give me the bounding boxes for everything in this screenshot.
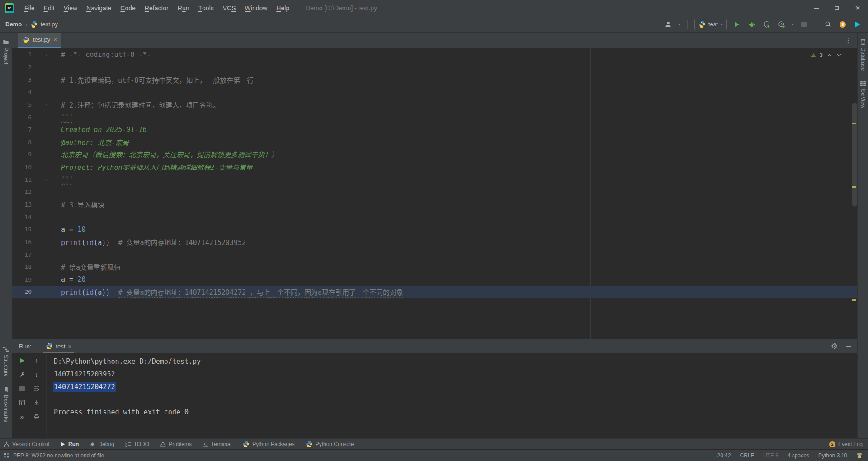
tab-options-icon[interactable]: ⋮	[844, 33, 857, 48]
line-number[interactable]: 6	[12, 114, 38, 121]
run-settings-gear-icon[interactable]: ⚙	[831, 343, 838, 350]
fold-marker-icon[interactable]: ▵	[38, 177, 55, 182]
code-line[interactable]: 10Project: Python零基础从入门到精通详细教程2-变量与常量	[12, 161, 857, 174]
menu-item[interactable]: Code	[116, 0, 140, 16]
menu-item[interactable]: View	[59, 0, 82, 16]
stop-process-button[interactable]	[18, 385, 26, 393]
menu-item[interactable]: Help	[272, 0, 294, 16]
line-number[interactable]: 7	[12, 126, 38, 133]
breadcrumb-project[interactable]: Demo	[5, 21, 22, 28]
event-log-button[interactable]: 2 Event Log	[829, 441, 863, 447]
debug-button[interactable]	[747, 19, 757, 29]
code-line[interactable]: 7Created on 2025-01-16	[12, 123, 857, 136]
line-number[interactable]: 14	[12, 214, 38, 221]
menu-item[interactable]: VCS	[218, 0, 241, 16]
line-number[interactable]: 15	[12, 226, 38, 233]
code-line[interactable]: 13# 3.导入模块	[12, 198, 857, 211]
tab-close-icon[interactable]: ×	[53, 37, 57, 42]
code-line[interactable]: 17	[12, 248, 857, 261]
code-line[interactable]: 14	[12, 211, 857, 223]
line-number[interactable]: 8	[12, 139, 38, 146]
search-everywhere-icon[interactable]	[823, 19, 833, 29]
profiler-button[interactable]	[777, 19, 787, 29]
update-available-icon[interactable]	[838, 19, 848, 29]
line-number[interactable]: 10	[12, 164, 38, 170]
edit-configuration-icon[interactable]	[18, 371, 26, 379]
code-line[interactable]: 5▵# 2.注释：包括记录创建时间，创建人，项目名称。	[12, 99, 857, 111]
line-number[interactable]: 18	[12, 263, 38, 270]
line-number[interactable]: 1	[12, 51, 38, 58]
line-number[interactable]: 13	[12, 201, 38, 208]
console-line[interactable]	[54, 393, 857, 406]
menu-item[interactable]: File	[20, 0, 39, 16]
menu-item[interactable]: Refactor	[140, 0, 173, 16]
breadcrumb-file[interactable]: test.py	[41, 21, 58, 28]
toolwindow-button-version-control[interactable]: Version Control	[4, 441, 49, 447]
next-warning-icon[interactable]	[836, 52, 842, 58]
warning-stripe-mark[interactable]	[852, 299, 856, 301]
previous-warning-icon[interactable]	[827, 52, 832, 58]
toolwindow-button-run[interactable]: Run	[60, 441, 79, 447]
scroll-to-end-icon[interactable]	[33, 399, 41, 407]
toolwindow-button-python-console[interactable]: Python Console	[306, 441, 354, 448]
status-item[interactable]: UTF-8	[763, 452, 778, 459]
up-stacktrace-icon[interactable]: ↑	[33, 357, 41, 365]
menu-item[interactable]: Tools	[194, 0, 218, 16]
code-editor[interactable]: 1▿# -*- coding:utf-8 -*-23# 1.先设置编码，utf-…	[12, 48, 857, 339]
code-line[interactable]: 11▵'''	[12, 173, 857, 186]
stripe-button-structure[interactable]: Structure	[3, 346, 9, 377]
fold-marker-icon[interactable]: ▿	[38, 52, 55, 57]
code-line[interactable]: 4	[12, 86, 857, 99]
soft-wrap-icon[interactable]	[33, 385, 41, 393]
run-configuration-select[interactable]: test ▾	[694, 19, 727, 30]
stripe-button-bookmarks[interactable]: Bookmarks	[3, 387, 9, 422]
console-line[interactable]: 140714215203952	[54, 368, 857, 381]
code-line[interactable]: 3# 1.先设置编码，utf-8可支持中英文，如上，一般放在第一行	[12, 73, 857, 86]
run-console[interactable]: D:\Python\python.exe D:/Demo/test.py1407…	[47, 353, 857, 438]
menu-item[interactable]: Run	[173, 0, 194, 16]
stripe-button-sciview[interactable]: SciView	[860, 80, 866, 108]
fold-marker-icon[interactable]: ▵	[38, 102, 55, 107]
code-line[interactable]: 18# 给a变量重新赋值	[12, 261, 857, 273]
line-number[interactable]: 9	[12, 151, 38, 158]
run-button[interactable]	[732, 19, 742, 29]
status-item[interactable]: 4 spaces	[788, 452, 809, 459]
status-item[interactable]: 20:42	[717, 452, 731, 459]
line-number[interactable]: 17	[12, 251, 38, 258]
status-item[interactable]: Python 3.10	[818, 452, 847, 459]
line-number[interactable]: 12	[12, 188, 38, 195]
menu-item[interactable]: Navigate	[82, 0, 116, 16]
more-actions-icon[interactable]: »	[18, 413, 26, 421]
warning-stripe-mark[interactable]	[852, 123, 856, 124]
code-line[interactable]: 2	[12, 61, 857, 74]
line-number[interactable]: 19	[12, 276, 38, 283]
learn-plugin-icon[interactable]	[853, 19, 863, 29]
coverage-button[interactable]	[762, 19, 772, 29]
menu-item[interactable]: Window	[241, 0, 272, 16]
hide-panel-icon[interactable]	[846, 346, 851, 347]
tab-close-icon[interactable]: ×	[68, 343, 71, 349]
maximize-button[interactable]	[826, 0, 847, 16]
toolwindow-button-terminal[interactable]: Terminal	[203, 441, 231, 447]
line-number[interactable]: 2	[12, 64, 38, 71]
code-line[interactable]: 15a = 10	[12, 223, 857, 236]
stop-button[interactable]	[799, 19, 809, 29]
editor-tab-testpy[interactable]: test.py ×	[18, 33, 61, 48]
down-stacktrace-icon[interactable]: ↓	[33, 371, 41, 379]
code-line[interactable]: 6▿'''	[12, 111, 857, 123]
code-line[interactable]: 19a = 20	[12, 273, 857, 286]
toolwindow-switcher-icon[interactable]	[4, 452, 9, 458]
close-button[interactable]: ✕	[847, 0, 868, 16]
line-number[interactable]: 16	[12, 239, 38, 245]
toolwindow-button-problems[interactable]: Problems	[160, 441, 192, 447]
print-icon[interactable]	[33, 413, 41, 421]
stripe-button-database[interactable]: Database	[860, 39, 866, 71]
inspection-profile-icon[interactable]	[856, 452, 863, 459]
code-line[interactable]: 16print(id(a)) # 变量a的内存地址：14071421520395…	[12, 236, 857, 249]
code-line[interactable]: 9北京宏哥（微信搜索：北京宏哥，关注宏哥，提前解锁更多测试干货！）	[12, 148, 857, 161]
warning-stripe-mark[interactable]	[852, 186, 856, 188]
menu-item[interactable]: Edit	[39, 0, 59, 16]
toolwindow-button-python-packages[interactable]: Python Packages	[242, 441, 294, 448]
console-line[interactable]: D:\Python\python.exe D:/Demo/test.py	[54, 355, 857, 368]
toolwindow-button-debug[interactable]: Debug	[90, 441, 114, 447]
